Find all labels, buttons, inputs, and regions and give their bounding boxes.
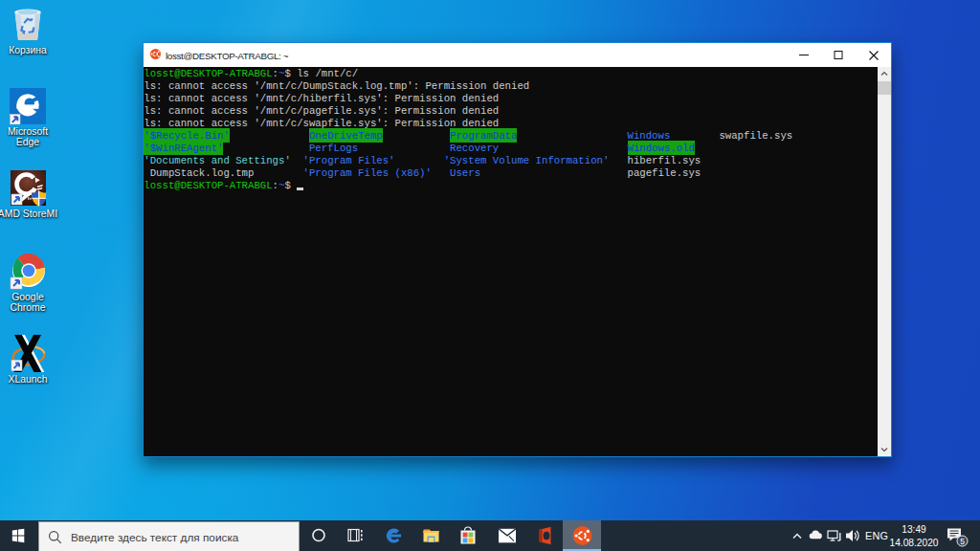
svg-text:5: 5 bbox=[960, 537, 965, 546]
